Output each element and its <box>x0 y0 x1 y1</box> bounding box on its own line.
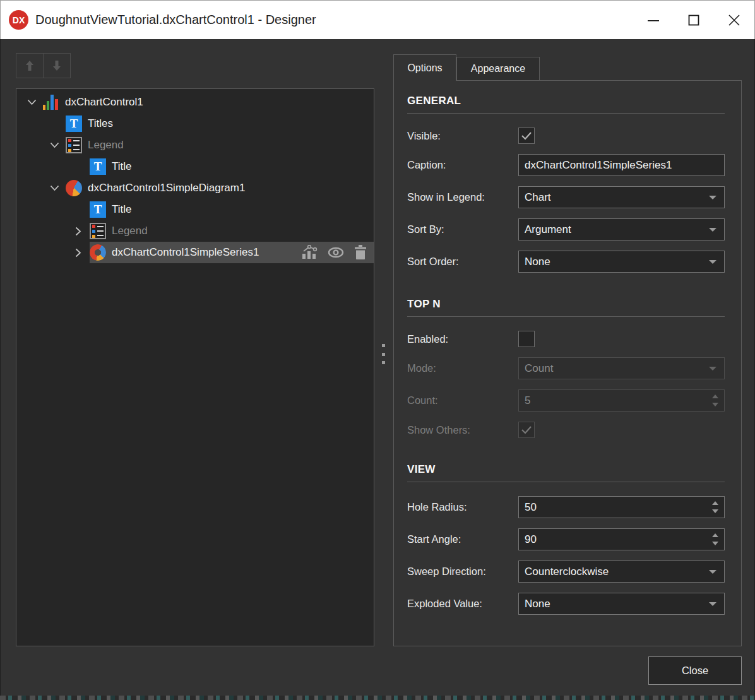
maximize-button[interactable] <box>674 1 714 39</box>
arrow-down-icon <box>51 59 62 72</box>
close-button[interactable]: Close <box>648 656 742 685</box>
options-tab-panel: GENERAL Visible: Caption: Show in Legend… <box>393 80 742 646</box>
section-header-view: VIEW <box>407 463 725 482</box>
expander-chevron-down-icon[interactable] <box>43 177 66 199</box>
section-header-general: GENERAL <box>407 95 725 114</box>
spinner-arrows-icon[interactable] <box>712 529 718 550</box>
move-up-button[interactable] <box>16 53 44 78</box>
field-label: Show in Legend: <box>407 191 518 203</box>
hole-radius-spinner <box>518 496 725 518</box>
expander-chevron-right-icon[interactable] <box>67 220 90 242</box>
field-label: Sort Order: <box>407 256 518 268</box>
titlebar: DX DoughnutViewTutorial.dxChartControl1 … <box>0 0 755 39</box>
row-show-others: Show Others: <box>407 422 725 438</box>
tree-item-legend-title[interactable]: T Title <box>16 156 374 177</box>
tree-item-label: Titles <box>88 117 113 130</box>
window-title: DoughnutViewTutorial.dxChartControl1 - D… <box>35 13 316 27</box>
row-show-in-legend: Show in Legend: Chart <box>407 186 725 208</box>
title-icon: T <box>66 116 82 132</box>
tree-item-label: dxChartControl1SimpleSeries1 <box>112 246 259 259</box>
row-caption: Caption: <box>407 154 725 176</box>
row-enabled: Enabled: <box>407 331 725 347</box>
window-controls <box>633 1 754 39</box>
row-hole-radius: Hole Radius: <box>407 496 725 518</box>
mode-dropdown[interactable]: Count <box>518 357 725 379</box>
move-down-button[interactable] <box>43 53 71 78</box>
tree-item-label: Title <box>112 160 132 173</box>
topn-enabled-checkbox[interactable] <box>518 331 535 347</box>
caption-input[interactable] <box>519 155 724 175</box>
section-header-top-n: TOP N <box>407 298 725 317</box>
dropdown-value: None <box>525 256 550 268</box>
tree-item-diagram-title[interactable]: T Title <box>16 199 374 220</box>
spinner-arrows-icon[interactable] <box>712 390 718 411</box>
selected-tree-row[interactable]: dxChartControl1SimpleSeries1 <box>90 242 374 263</box>
maximize-icon <box>688 15 699 26</box>
exploded-value-dropdown[interactable]: None <box>518 593 725 615</box>
tree-item-legend-1[interactable]: Legend <box>16 134 374 156</box>
visible-checkbox[interactable] <box>518 128 535 144</box>
dropdown-value: Chart <box>525 191 551 204</box>
title-icon: T <box>90 158 106 175</box>
visibility-eye-icon[interactable] <box>327 246 345 259</box>
tab-options[interactable]: Options <box>393 54 456 81</box>
tree-item-label: Legend <box>112 225 148 237</box>
field-label: Start Angle: <box>407 533 518 545</box>
row-exploded-value: Exploded Value: None <box>407 593 725 615</box>
dropdown-value: Counterclockwise <box>525 566 609 578</box>
tree-item-titles[interactable]: T Titles <box>16 113 374 134</box>
chevron-down-icon <box>709 260 716 264</box>
hole-radius-input[interactable] <box>519 497 724 518</box>
row-sweep-direction: Sweep Direction: Counterclockwise <box>407 561 725 583</box>
tree-item-legend-2[interactable]: Legend <box>16 220 374 242</box>
show-others-checkbox[interactable] <box>518 422 535 438</box>
bar-chart-icon <box>43 94 59 110</box>
field-label: Count: <box>407 394 518 406</box>
pie-chart-icon <box>66 180 82 196</box>
expander-chevron-down-icon[interactable] <box>20 92 43 113</box>
start-angle-spinner <box>518 528 725 550</box>
tree-item-label: Legend <box>88 139 124 151</box>
tree-item-label: dxChartControl1 <box>65 96 143 109</box>
show-in-legend-dropdown[interactable]: Chart <box>518 186 725 208</box>
checkmark-icon <box>521 131 532 140</box>
start-angle-input[interactable] <box>519 529 724 550</box>
doughnut-chart-icon <box>90 244 106 261</box>
row-visible: Visible: <box>407 128 725 144</box>
field-label: Show Others: <box>407 424 518 436</box>
row-sort-order: Sort Order: None <box>407 251 725 273</box>
minimize-button[interactable] <box>633 1 674 39</box>
series-type-icon[interactable] <box>301 245 318 260</box>
sort-by-dropdown[interactable]: Argument <box>518 218 725 240</box>
spinner-arrows-icon[interactable] <box>712 497 718 518</box>
row-start-angle: Start Angle: <box>407 528 725 550</box>
dropdown-value: Argument <box>525 223 571 236</box>
delete-trash-icon[interactable] <box>354 245 367 260</box>
sweep-direction-dropdown[interactable]: Counterclockwise <box>518 561 725 583</box>
field-label: Mode: <box>407 362 518 374</box>
tree-item-label: Title <box>112 203 132 216</box>
row-sort-by: Sort By: Argument <box>407 218 725 240</box>
splitter-grip[interactable] <box>381 344 386 364</box>
field-label: Hole Radius: <box>407 501 518 513</box>
chevron-down-icon <box>709 602 716 606</box>
tree-item-dxchartcontrol1[interactable]: dxChartControl1 <box>16 92 374 113</box>
expander-chevron-right-icon[interactable] <box>67 242 90 263</box>
expander-chevron-down-icon[interactable] <box>43 134 66 156</box>
field-label: Enabled: <box>407 333 518 345</box>
chart-elements-tree: dxChartControl1 T Titles Legend <box>16 88 374 646</box>
field-label: Sort By: <box>407 223 518 235</box>
close-window-button[interactable] <box>714 1 754 39</box>
chevron-down-icon <box>709 196 716 199</box>
tab-appearance[interactable]: Appearance <box>456 57 540 81</box>
tree-item-simplediagram1[interactable]: dxChartControl1SimpleDiagram1 <box>16 177 374 199</box>
chevron-down-icon <box>709 367 716 371</box>
tree-item-simpleseries1[interactable]: dxChartControl1SimpleSeries1 <box>16 242 374 263</box>
arrow-up-icon <box>24 59 35 72</box>
caption-field <box>518 154 725 176</box>
count-spinner <box>518 389 725 412</box>
sort-order-dropdown[interactable]: None <box>518 251 725 273</box>
row-action-buttons <box>301 245 367 260</box>
devexpress-logo-icon: DX <box>9 10 28 30</box>
count-input[interactable] <box>519 390 724 411</box>
